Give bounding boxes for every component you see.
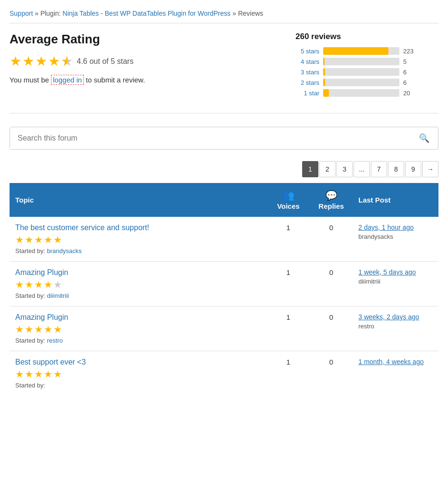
page-button[interactable]: 9 (405, 161, 421, 177)
next-page-button[interactable]: → (422, 161, 438, 177)
topic-star-1: ★ (15, 234, 24, 245)
rating-bar-count: 5 (403, 58, 415, 65)
star-3: ★ (35, 53, 47, 69)
replies-cell: 0 (310, 306, 353, 351)
star-4: ★ (48, 53, 60, 69)
topic-star-5: ★ (53, 368, 62, 380)
topic-star-1: ★ (15, 324, 24, 335)
rating-score: 4.6 out of 5 stars (77, 57, 133, 66)
rating-bar-label[interactable]: 4 stars (295, 58, 319, 65)
rating-bar-label[interactable]: 3 stars (295, 69, 319, 76)
voices-cell: 1 (267, 217, 310, 262)
rating-bar-fill (323, 47, 388, 55)
topic-title-link[interactable]: Amazing Plugin (15, 268, 261, 277)
rating-bar-count: 6 (403, 69, 415, 76)
rating-bar-track (323, 89, 399, 97)
topic-star-5: ★ (53, 279, 62, 290)
page-button[interactable]: 1 (302, 161, 318, 177)
rating-bar-fill (323, 79, 325, 86)
rating-bar-label[interactable]: 1 star (295, 90, 319, 97)
table-row: Best support ever <3★★★★★Started by: 101… (10, 351, 438, 396)
lastpost-user: restro (358, 323, 374, 330)
topic-title-link[interactable]: Best support ever <3 (15, 358, 261, 366)
replies-header: 💬 Replies (310, 183, 353, 217)
login-note-after: to submit a review. (84, 76, 145, 84)
search-button[interactable]: 🔍 (410, 133, 438, 143)
topic-star-2: ★ (25, 234, 33, 245)
topic-star-4: ★ (44, 234, 52, 245)
search-input[interactable] (10, 127, 410, 149)
lastpost-time[interactable]: 2 days, 1 hour ago (358, 224, 433, 231)
voices-cell: 1 (267, 351, 310, 396)
voices-cell: 1 (267, 262, 310, 306)
topic-cell: Best support ever <3★★★★★Started by: (10, 351, 267, 396)
lastpost-time[interactable]: 1 month, 4 weeks ago (358, 358, 433, 366)
rating-bar-row: 3 stars6 (295, 68, 438, 76)
topic-started-by: Started by: (15, 382, 261, 389)
rating-bar-track (323, 79, 399, 86)
star-1: ★ (10, 53, 21, 69)
table-body: The best customer service and support!★★… (10, 217, 438, 396)
topic-star-3: ★ (34, 368, 43, 380)
table-header: Topic 👥 Voices 💬 Replies Last Post (10, 183, 438, 217)
rating-bars: 5 stars2234 stars53 stars62 stars61 star… (295, 47, 438, 97)
voices-label: Voices (277, 202, 299, 210)
rating-bar-row: 1 star20 (295, 89, 438, 97)
topic-star-2: ★ (25, 368, 33, 380)
star-2: ★ (22, 53, 34, 69)
topic-author-link[interactable]: diiimitriii (47, 292, 69, 299)
rating-right: 260 reviews 5 stars2234 stars53 stars62 … (295, 32, 438, 100)
replies-cell: 0 (310, 262, 353, 306)
page-button[interactable]: 2 (319, 161, 336, 177)
search-box: 🔍 (10, 127, 438, 150)
breadcrumb-current: Reviews (238, 10, 263, 17)
reviews-count: 260 reviews (295, 32, 438, 41)
rating-bar-label[interactable]: 2 stars (295, 79, 319, 86)
lastpost-user: brandysacks (358, 233, 393, 240)
rating-bar-fill (323, 58, 325, 65)
topic-stars: ★★★★★ (15, 234, 261, 245)
breadcrumb-plugin-link[interactable]: Ninja Tables - Best WP DataTables Plugin… (62, 10, 231, 17)
page-button[interactable]: ... (354, 161, 370, 177)
lastpost-cell: 1 month, 4 weeks ago (353, 351, 438, 396)
login-note-before: You must be (10, 76, 51, 84)
rating-bar-count: 223 (403, 48, 415, 55)
topic-title-link[interactable]: Amazing Plugin (15, 313, 261, 322)
page-button[interactable]: 8 (388, 161, 404, 177)
topic-author-link[interactable]: restro (47, 337, 62, 344)
lastpost-time[interactable]: 3 weeks, 2 days ago (358, 313, 433, 321)
topic-author-link[interactable]: brandysacks (47, 247, 81, 254)
logged-in-link[interactable]: logged in (51, 75, 84, 85)
breadcrumb-sep2: » (233, 10, 236, 17)
topic-stars: ★★★★★ (15, 324, 261, 335)
breadcrumb-plugin-prefix: Plugin: (41, 10, 61, 17)
topic-stars: ★★★★★ (15, 368, 261, 380)
breadcrumb-sep1: » (35, 10, 39, 17)
rating-section: Average Rating ★ ★ ★ ★ 4.6 out of 5 star… (10, 32, 438, 113)
breadcrumb-support-link[interactable]: Support (10, 10, 33, 17)
rating-bar-label[interactable]: 5 stars (295, 48, 319, 55)
topic-started-by: Started by: diiimitriii (15, 292, 261, 299)
page-button[interactable]: 7 (371, 161, 387, 177)
topic-started-by: Started by: restro (15, 337, 261, 344)
lastpost-header: Last Post (353, 183, 438, 217)
topic-title-link[interactable]: The best customer service and support! (15, 224, 261, 232)
rating-bar-count: 6 (403, 79, 415, 86)
rating-bar-track (323, 68, 399, 76)
lastpost-time[interactable]: 1 week, 5 days ago (358, 268, 433, 276)
topic-header: Topic (10, 183, 267, 217)
lastpost-cell: 3 weeks, 2 days agorestro (353, 306, 438, 351)
rating-bar-fill (323, 68, 325, 76)
replies-label: Replies (318, 202, 344, 210)
topic-cell: Amazing Plugin★★★★★Started by: restro (10, 306, 267, 351)
rating-bar-track (323, 47, 399, 55)
lastpost-cell: 1 week, 5 days agodiiimitriii (353, 262, 438, 306)
topic-star-1: ★ (15, 279, 24, 290)
topic-started-by: Started by: brandysacks (15, 247, 261, 254)
voices-cell: 1 (267, 306, 310, 351)
lastpost-cell: 2 days, 1 hour agobrandysacks (353, 217, 438, 262)
page-button[interactable]: 3 (336, 161, 353, 177)
rating-bar-count: 20 (403, 90, 415, 97)
search-section: 🔍 (10, 127, 438, 150)
topic-star-2: ★ (25, 279, 33, 290)
